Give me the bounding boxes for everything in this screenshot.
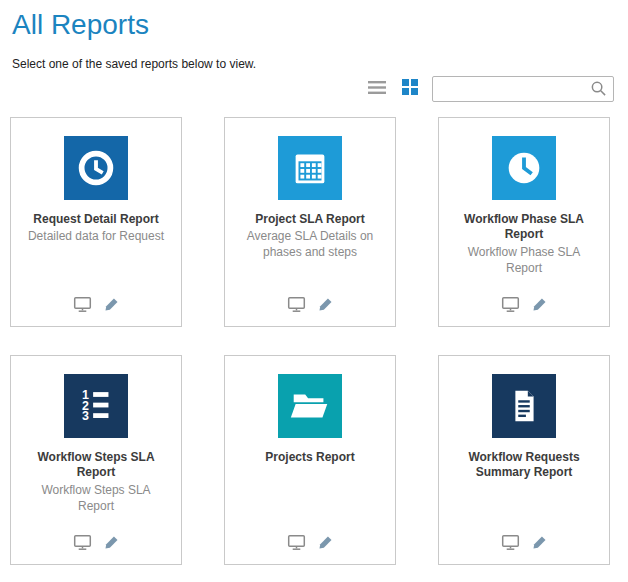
report-card[interactable]: Workflow Requests Summary Report xyxy=(438,355,610,565)
svg-text:3: 3 xyxy=(82,409,89,423)
search-input[interactable] xyxy=(441,81,590,97)
monitor-icon xyxy=(287,534,306,554)
report-card-actions xyxy=(11,534,181,554)
report-card[interactable]: Projects Report xyxy=(224,355,396,565)
all-reports-page: All Reports Select one of the saved repo… xyxy=(0,0,628,582)
report-card[interactable]: Request Detail Report Detailed data for … xyxy=(10,117,182,327)
report-card-title: Project SLA Report xyxy=(245,212,375,228)
numbered-list-icon: 123 xyxy=(64,374,128,438)
report-grid: Request Detail Report Detailed data for … xyxy=(10,117,618,565)
edit-report-button[interactable] xyxy=(104,535,119,553)
calendar-icon xyxy=(278,136,342,200)
list-view-icon xyxy=(368,80,386,98)
clock-solid-icon xyxy=(492,136,556,200)
folder-icon xyxy=(278,374,342,438)
view-report-button[interactable] xyxy=(73,296,92,316)
edit-report-button[interactable] xyxy=(318,297,333,315)
report-card-actions xyxy=(225,534,395,554)
search-icon[interactable] xyxy=(590,80,607,97)
report-card[interactable]: Workflow Phase SLA Report Workflow Phase… xyxy=(438,117,610,327)
clock-outline-icon xyxy=(64,136,128,200)
edit-report-button[interactable] xyxy=(318,535,333,553)
page-title: All Reports xyxy=(12,10,618,41)
report-card[interactable]: 123 Workflow Steps SLA Report Workflow S… xyxy=(10,355,182,565)
pencil-icon xyxy=(532,535,547,553)
report-card-actions xyxy=(11,296,181,316)
document-icon xyxy=(492,374,556,438)
grid-view-icon xyxy=(402,79,418,98)
report-card-title: Workflow Requests Summary Report xyxy=(439,450,609,481)
view-report-button[interactable] xyxy=(287,296,306,316)
report-card-subtitle: Average SLA Details on phases and steps xyxy=(225,229,395,260)
view-report-button[interactable] xyxy=(287,534,306,554)
pencil-icon xyxy=(532,297,547,315)
view-report-button[interactable] xyxy=(501,296,520,316)
report-card-title: Request Detail Report xyxy=(23,212,168,228)
report-card-subtitle: Workflow Phase SLA Report xyxy=(439,245,609,276)
grid-view-button[interactable] xyxy=(400,77,420,100)
report-card-actions xyxy=(439,296,609,316)
report-card-title: Workflow Phase SLA Report xyxy=(439,212,609,243)
report-card-actions xyxy=(439,534,609,554)
report-card-actions xyxy=(225,296,395,316)
edit-report-button[interactable] xyxy=(104,297,119,315)
monitor-icon xyxy=(287,296,306,316)
edit-report-button[interactable] xyxy=(532,535,547,553)
monitor-icon xyxy=(501,534,520,554)
monitor-icon xyxy=(73,296,92,316)
toolbar xyxy=(10,75,614,103)
pencil-icon xyxy=(104,535,119,553)
list-view-button[interactable] xyxy=(366,78,388,100)
report-card-title: Workflow Steps SLA Report xyxy=(11,450,181,481)
search-box xyxy=(432,76,614,102)
report-card-subtitle: Detailed data for Request xyxy=(16,229,176,245)
pencil-icon xyxy=(318,535,333,553)
monitor-icon xyxy=(73,534,92,554)
view-report-button[interactable] xyxy=(73,534,92,554)
report-card-subtitle: Workflow Steps SLA Report xyxy=(11,483,181,514)
report-card[interactable]: Project SLA Report Average SLA Details o… xyxy=(224,117,396,327)
edit-report-button[interactable] xyxy=(532,297,547,315)
page-subtitle: Select one of the saved reports below to… xyxy=(12,57,618,71)
monitor-icon xyxy=(501,296,520,316)
pencil-icon xyxy=(104,297,119,315)
pencil-icon xyxy=(318,297,333,315)
report-card-title: Projects Report xyxy=(255,450,364,466)
view-report-button[interactable] xyxy=(501,534,520,554)
